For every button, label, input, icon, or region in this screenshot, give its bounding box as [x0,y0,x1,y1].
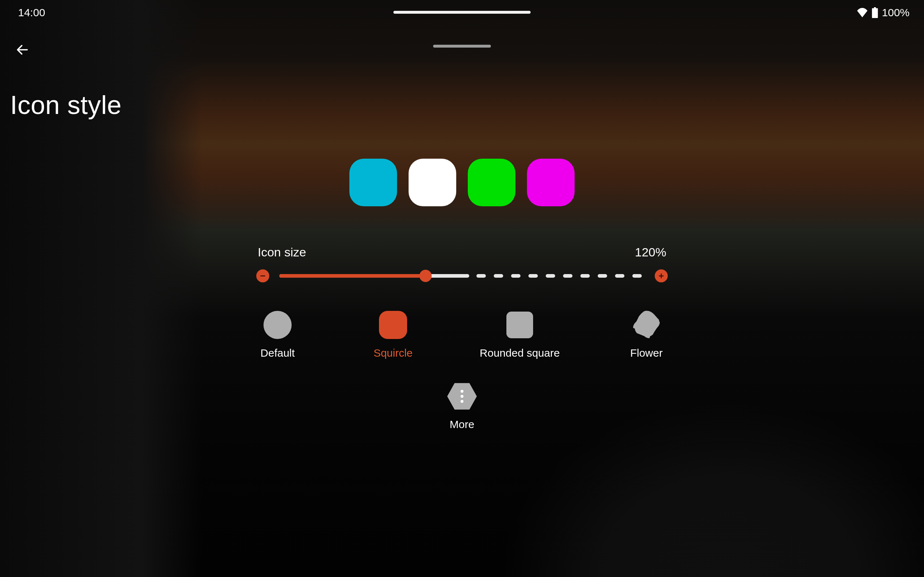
plus-icon [657,272,665,280]
shape-label: Flower [630,347,663,359]
slider-track-dashes [477,274,642,278]
shape-label: Default [261,347,295,359]
icon-size-section: Icon size 120% [256,245,668,282]
icon-size-label: Icon size [258,245,306,259]
slider-track-fill [279,274,426,278]
circle-icon [263,310,292,340]
slider-thumb[interactable] [419,270,432,282]
preview-icon [409,159,456,206]
drag-handle[interactable] [433,45,491,48]
shape-label: Squircle [373,347,412,359]
icon-preview-row [349,159,575,206]
shape-option-more[interactable]: More [433,382,491,430]
preview-icon [527,159,575,206]
shape-label: Rounded square [480,347,560,359]
icon-size-value: 120% [635,245,666,259]
shape-option-rounded-square[interactable]: Rounded square [480,310,560,359]
preview-icon [349,159,397,206]
hexagon-more-icon [447,382,477,411]
preview-icon [468,159,515,206]
page-title: Icon style [10,90,122,120]
wifi-icon [856,8,868,17]
shape-option-default[interactable]: Default [249,310,307,359]
battery-icon [872,7,878,18]
shape-option-squircle[interactable]: Squircle [364,310,422,359]
squircle-icon [378,310,408,340]
status-battery-pct: 100% [882,6,909,19]
status-time: 14:00 [18,6,45,19]
back-button[interactable] [11,39,33,61]
rounded-square-icon [505,310,535,340]
shape-option-flower[interactable]: Flower [617,310,675,359]
flower-icon [632,310,661,340]
navigation-handle[interactable] [393,11,531,14]
status-bar: 14:00 100% [0,0,924,19]
arrow-left-icon [15,43,30,57]
shape-options: Default Squircle Rounded square Flower M… [246,310,678,430]
shape-label: More [450,418,474,430]
decrease-button[interactable] [256,269,269,282]
minus-icon [259,272,267,280]
increase-button[interactable] [655,269,668,282]
icon-size-slider[interactable] [279,273,645,279]
